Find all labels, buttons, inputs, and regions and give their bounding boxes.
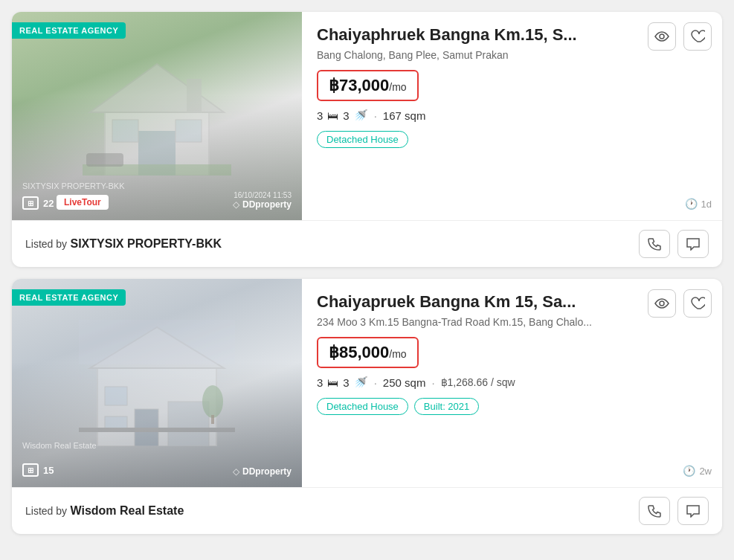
chat-button-1[interactable] (677, 230, 709, 258)
beds-2: 3 (317, 376, 323, 389)
svg-rect-15 (79, 428, 235, 432)
chat-icon-1 (686, 237, 700, 251)
phone-button-2[interactable] (639, 497, 670, 525)
eye-icon-1 (654, 31, 669, 42)
svg-rect-17 (211, 415, 214, 424)
price-box-1: ฿73,000/mo (317, 70, 419, 101)
agent-prefix-2: Listed by (25, 505, 67, 517)
footer-actions-1 (639, 230, 709, 258)
image-number-2: 15 (43, 465, 54, 476)
dd-logo-icon-2: ◇ (233, 466, 239, 477)
price-period-2: /mo (389, 348, 406, 360)
listing-details-2: 3 🛏 3 🚿 · 250 sqm · ฿1,268.66 / sqw (317, 376, 709, 389)
tag-detached-house-2: Detached House (317, 398, 408, 415)
beds-1: 3 (317, 109, 323, 122)
heart-icon-2 (690, 297, 705, 310)
phone-icon-2 (648, 504, 661, 518)
watermark-left-2: Wisdom Real Estate (22, 441, 97, 450)
price-text-1: ฿73,000 (329, 76, 389, 94)
action-icons-2 (648, 289, 712, 318)
chat-icon-2 (686, 504, 700, 518)
svg-marker-1 (90, 64, 224, 112)
phone-button-1[interactable] (639, 230, 670, 258)
house-illustration-1 (83, 57, 231, 176)
listing-footer-2: Listed by Wisdom Real Estate (12, 487, 722, 534)
bed-icon-2: 🛏 (327, 376, 338, 389)
area-2: 250 sqm (383, 376, 426, 389)
action-icons-1 (648, 22, 712, 51)
view-button-1[interactable] (648, 22, 676, 51)
listing-card-2: REAL ESTATE AGENCY ⊞ 15 Wisdom Real Esta… (12, 279, 722, 534)
timestamp-1: 16/10/2024 11:53 (234, 191, 292, 199)
tag-detached-house-1: Detached House (317, 131, 408, 148)
time-ago-1: 1d (701, 199, 712, 210)
listing-details-1: 3 🛏 3 🚿 · 167 sqm (317, 109, 709, 122)
tag-built-year-2: Built: 2021 (414, 398, 479, 415)
bath-icon-1: 🚿 (354, 109, 368, 122)
heart-button-2[interactable] (683, 289, 712, 318)
watermark-right-2: ◇ DDproperty (233, 466, 292, 477)
heart-button-1[interactable] (683, 22, 712, 51)
real-estate-badge-1: REAL ESTATE AGENCY (12, 22, 126, 39)
baths-1: 3 (343, 109, 349, 122)
time-ago-2: 2w (699, 466, 712, 477)
eye-icon-2 (654, 298, 669, 309)
area-1: 167 sqm (383, 109, 426, 122)
image-count-2: ⊞ 15 (22, 463, 54, 477)
baths-2: 3 (343, 376, 349, 389)
agent-name-1: SIXTYSIX PROPERTY-BKK (71, 237, 222, 250)
agent-info-2: Listed by Wisdom Real Estate (25, 504, 184, 518)
svg-rect-4 (176, 120, 202, 142)
dd-logo-text-1: DDproperty (242, 199, 292, 210)
listing-main-2: REAL ESTATE AGENCY ⊞ 15 Wisdom Real Esta… (12, 279, 722, 487)
real-estate-badge-2: REAL ESTATE AGENCY (12, 289, 126, 306)
sep-2: · (374, 376, 377, 389)
house-illustration-2 (79, 320, 235, 446)
bed-icon-1: 🛏 (327, 109, 338, 122)
listing-image-1: REAL ESTATE AGENCY ⊞ 22 LiveTour SIXTYSI… (12, 12, 302, 220)
listing-info-2: Chaiyapruek Bangna Km 15, Sa... 234 Moo … (302, 279, 722, 487)
sep-3: · (431, 376, 434, 389)
image-count-1: ⊞ 22 (22, 196, 54, 210)
clock-icon-2: 🕐 (683, 465, 695, 477)
footer-actions-2 (639, 497, 709, 525)
price-period-1: /mo (389, 81, 406, 93)
price-box-2: ฿85,000/mo (317, 337, 419, 368)
watermark-right-1: ◇ DDproperty (233, 199, 292, 210)
chat-button-2[interactable] (677, 497, 709, 525)
svg-rect-11 (168, 402, 209, 446)
image-icon-2: ⊞ (22, 463, 39, 477)
dd-logo-text-2: DDproperty (242, 466, 292, 477)
agent-prefix-1: Listed by (25, 238, 67, 250)
listing-main-1: REAL ESTATE AGENCY ⊞ 22 LiveTour SIXTYSI… (12, 12, 722, 220)
heart-icon-1 (690, 30, 705, 43)
listing-footer-1: Listed by SIXTYSIX PROPERTY-BKK (12, 220, 722, 267)
dd-logo-icon-1: ◇ (233, 199, 239, 210)
live-tour-badge-1: LiveTour (57, 195, 109, 210)
image-icon-1: ⊞ (22, 196, 39, 210)
view-button-2[interactable] (648, 289, 676, 318)
listing-card-1: REAL ESTATE AGENCY ⊞ 22 LiveTour SIXTYSI… (12, 12, 722, 267)
svg-rect-18 (79, 320, 235, 364)
listing-info-1: Chaiyaphruek Bangna Km.15, S... Bang Cha… (302, 12, 722, 220)
tags-row-1: Detached House (317, 131, 709, 148)
svg-rect-5 (187, 79, 202, 112)
svg-rect-3 (112, 120, 138, 142)
time-badge-1: 🕐 1d (685, 198, 712, 210)
phone-icon-1 (648, 237, 661, 251)
time-badge-2: 🕐 2w (683, 465, 712, 477)
watermark-left-1: SIXTYSIX PROPERTY-BKK (22, 181, 125, 190)
agent-info-1: Listed by SIXTYSIX PROPERTY-BKK (25, 237, 222, 251)
svg-rect-13 (105, 387, 127, 405)
listing-address-2: 234 Moo 3 Km.15 Bangna-Trad Road Km.15, … (317, 316, 709, 328)
svg-rect-7 (86, 153, 123, 167)
svg-point-19 (660, 301, 664, 306)
svg-point-16 (202, 385, 223, 418)
svg-point-8 (660, 34, 664, 39)
tags-row-2: Detached House Built: 2021 (317, 398, 709, 415)
bath-icon-2: 🚿 (354, 376, 368, 389)
price-per-sqw-2: ฿1,268.66 / sqw (441, 376, 515, 388)
clock-icon-1: 🕐 (685, 198, 698, 210)
image-number-1: 22 (43, 198, 54, 209)
listing-image-2: REAL ESTATE AGENCY ⊞ 15 Wisdom Real Esta… (12, 279, 302, 487)
